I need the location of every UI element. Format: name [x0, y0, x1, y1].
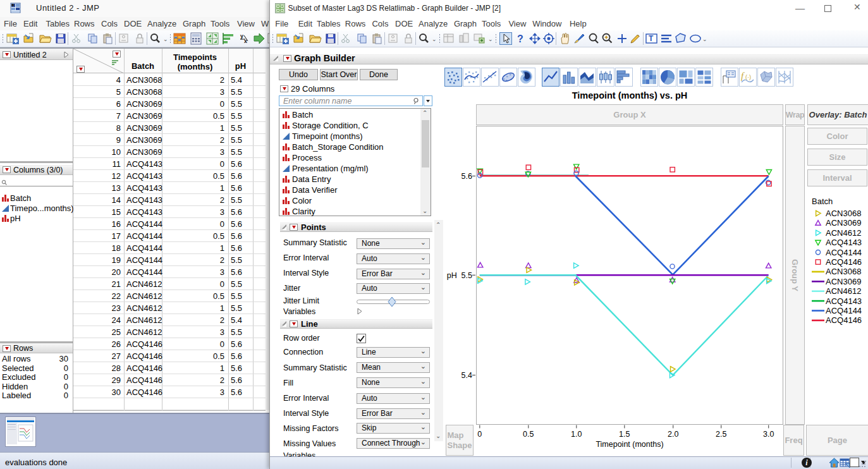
- svg-text:ACN3069: ACN3069: [826, 277, 861, 286]
- svg-text:ACQ4144: ACQ4144: [826, 306, 862, 315]
- svg-text:ACN4612: ACN4612: [826, 228, 861, 238]
- svg-text:y: y: [240, 33, 243, 39]
- svg-text:ACN3068: ACN3068: [826, 209, 861, 218]
- svg-text:ACQ4144: ACQ4144: [826, 248, 862, 257]
- svg-text:f: f: [741, 71, 745, 81]
- svg-text:ACQ4146: ACQ4146: [826, 257, 862, 267]
- svg-text:ACN4612: ACN4612: [826, 286, 861, 296]
- svg-text:ACQ4143: ACQ4143: [826, 238, 862, 247]
- svg-text:ACN3068: ACN3068: [826, 267, 861, 276]
- svg-text:ACN3069: ACN3069: [826, 218, 861, 228]
- svg-text:(·): (·): [745, 74, 751, 80]
- svg-text:T: T: [649, 34, 654, 43]
- svg-text:ACQ4143: ACQ4143: [826, 296, 862, 306]
- svg-text:?: ?: [517, 34, 523, 44]
- svg-text:ACQ4146: ACQ4146: [826, 315, 862, 325]
